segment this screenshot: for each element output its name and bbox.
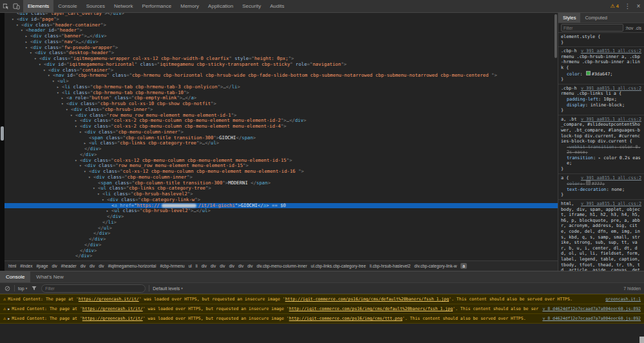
breadcrumb-item[interactable]: div [211, 264, 216, 268]
collapse-arrow-icon[interactable]: ▾ [79, 163, 84, 169]
execution-context-dropdown[interactable]: top ▾ [18, 286, 27, 291]
style-source-link[interactable]: v_391_aa815.1_all.css:2 [581, 86, 641, 92]
rule-selector[interactable]: html, body, div, span, applet, object, i… [561, 201, 640, 271]
style-source-link[interactable]: v_391_aa815.1_all.css:2 [581, 201, 641, 207]
collapse-arrow-icon[interactable]: ▾ [61, 101, 66, 107]
collapse-arrow-icon[interactable]: ▾ [12, 17, 17, 23]
console-filter-input[interactable] [41, 284, 146, 293]
more-options-icon[interactable]: ⋮ [622, 0, 633, 12]
styles-tab-styles[interactable]: Styles [558, 13, 580, 23]
expand-arrow-icon[interactable]: ▸ [25, 34, 30, 39]
dom-tree-row[interactable]: </li> [5, 220, 558, 226]
breadcrumb-item[interactable]: a [460, 263, 467, 269]
collapse-arrow-icon[interactable]: ▾ [43, 68, 48, 74]
styles-tab-computed[interactable]: Computed [580, 13, 612, 23]
styles-filter-input[interactable] [561, 24, 623, 32]
element-classes-toggle[interactable]: .cls [635, 26, 641, 30]
message-expand-icon[interactable]: ▶ [8, 307, 10, 311]
collapse-arrow-icon[interactable]: ▾ [52, 79, 57, 84]
dom-tree-row[interactable]: </ul> [5, 226, 558, 231]
collapse-arrow-icon[interactable]: ▾ [88, 175, 93, 181]
dom-tree-row[interactable]: </div> [5, 253, 558, 259]
collapse-arrow-icon[interactable]: ▾ [102, 197, 107, 203]
rule-selector[interactable]: element.style { [561, 34, 600, 39]
dom-tree-row[interactable]: <span class="cbp-column-title transition… [5, 135, 558, 141]
dom-tree-row[interactable]: ▾<div class="cbp-menu-column-inner"> [5, 175, 558, 181]
message-expand-icon[interactable]: ▶ [8, 317, 10, 320]
dom-tree-row[interactable]: ▾<div class="col-xs-12 cbp-menu-column c… [5, 169, 558, 175]
page-scrollbar-thumb[interactable] [1, 126, 4, 141]
style-property[interactable]: -webkit-transition: color 0.2s ease; [561, 144, 641, 155]
message-source-link[interactable]: greencash.it:1 [605, 297, 641, 302]
style-property[interactable]: transition: ▸ color 0.2s ease; [561, 155, 641, 166]
breadcrumb-item[interactable]: div.cbp-category-link-w [414, 264, 457, 268]
breadcrumb-item[interactable]: div [247, 264, 252, 268]
breadcrumb-item[interactable]: div [202, 264, 207, 268]
collapse-arrow-icon[interactable]: ▾ [57, 90, 62, 96]
dom-tree-row[interactable]: <span class="cbp-column-title transition… [5, 181, 558, 186]
message-url-link[interactable]: http://iqit-commerce.com/ps16/img/cms/tt… [289, 316, 402, 321]
collapse-arrow-icon[interactable]: ▾ [30, 50, 35, 56]
style-property[interactable]: text-decoration: none; [561, 187, 641, 193]
tab-console[interactable]: Console [53, 0, 81, 12]
breadcrumb-item[interactable]: div [220, 264, 225, 268]
collapse-arrow-icon[interactable]: ▾ [79, 130, 84, 135]
collapse-arrow-icon[interactable]: ▾ [21, 28, 26, 34]
dom-tree-row[interactable]: ▸<ul class="cbp-hrsub-level2">…</ul> [5, 208, 558, 214]
breadcrumb-item[interactable]: div [229, 264, 234, 268]
breadcrumb-item[interactable]: div [80, 264, 86, 268]
dom-tree-row[interactable]: </div> [5, 231, 558, 237]
collapse-arrow-icon[interactable]: ▾ [75, 158, 80, 164]
collapse-arrow-icon[interactable]: ▾ [25, 45, 30, 51]
rule-selector[interactable]: a { [561, 175, 569, 181]
message-url-link[interactable]: https://greencash.it/it/ [82, 316, 143, 321]
device-toolbar-icon[interactable] [11, 0, 22, 12]
style-property[interactable]: color: #3da647; [561, 71, 641, 77]
tab-security[interactable]: Security [238, 0, 265, 12]
tab-audits[interactable]: Audits [265, 0, 289, 12]
collapse-arrow-icon[interactable]: ▾ [34, 56, 39, 62]
pseudo-state-toggle[interactable]: :hov [625, 26, 633, 30]
style-source-link[interactable]: v_391_aa815.1_all.css:2 [581, 48, 641, 54]
breadcrumb-item[interactable]: div [99, 264, 104, 268]
message-url-link[interactable]: http://iqit-commerce.com/ps16/img/cms/de… [285, 297, 449, 302]
breadcrumb-item[interactable]: div.cbp-menu-column-inner [257, 264, 307, 268]
breadcrumb-item[interactable]: #cbp-hrmenu [160, 264, 184, 268]
message-source-link[interactable]: v_8_d4624df12e7ecaad7a7a804eec60.js:892 [542, 316, 641, 321]
collapse-arrow-icon[interactable]: ▾ [84, 169, 89, 175]
collapse-arrow-icon[interactable]: ▾ [39, 62, 44, 68]
tab-performance[interactable]: Performance [137, 0, 176, 12]
expand-arrow-icon[interactable]: ▸ [57, 84, 62, 90]
breadcrumb-item[interactable]: ul.cbp-links.cbp-category-tree [311, 264, 366, 268]
log-levels-dropdown[interactable]: Default levels ▾ [153, 286, 183, 291]
collapse-arrow-icon[interactable]: ▾ [48, 73, 53, 79]
color-swatch[interactable] [586, 71, 591, 75]
dom-tree-row[interactable]: ▾<li class="cbp-hrsub-haslevel2"> [5, 191, 558, 197]
tab-memory[interactable]: Memory [176, 0, 204, 12]
warnings-badge[interactable]: ⚠ 4 [607, 3, 622, 9]
style-property[interactable]: padding-left: 10px; [561, 97, 641, 103]
expand-arrow-icon[interactable]: ▸ [61, 95, 66, 101]
collapse-arrow-icon[interactable]: ▾ [75, 124, 80, 130]
breadcrumb-item[interactable]: div [238, 264, 243, 268]
collapse-arrow-icon[interactable]: ▾ [93, 186, 98, 191]
style-source-link[interactable]: v_391_aa815.1_all.css:2 [581, 175, 641, 181]
breadcrumb-item[interactable]: ul [189, 264, 192, 268]
breadcrumb-item[interactable]: #page [36, 264, 48, 268]
breadcrumb-item[interactable]: div [90, 264, 95, 268]
collapse-arrow-icon[interactable]: ▾ [70, 113, 75, 119]
dom-tree-row[interactable]: ▾<div class="header-container"> [5, 23, 558, 28]
tab-application[interactable]: Application [204, 0, 238, 12]
expand-arrow-icon[interactable]: ▸ [25, 39, 30, 45]
resize-corner[interactable] [639, 337, 644, 343]
collapse-arrow-icon[interactable]: ▾ [16, 23, 21, 28]
message-url-link[interactable]: https://greencash.it/it/ [82, 306, 143, 311]
clear-console-icon[interactable] [3, 284, 11, 292]
dom-tree-row-selected[interactable]: <a href="https:///it/14-giochi">GIOCHI</… [5, 203, 558, 209]
dom-tree-row[interactable]: </div> [5, 214, 558, 220]
tab-sources[interactable]: Sources [82, 0, 109, 12]
breadcrumb-item[interactable]: #header [61, 264, 77, 268]
console-tab-what-s-new[interactable]: What's New [30, 271, 69, 282]
elements-scrollbar[interactable] [554, 13, 558, 261]
breadcrumb-item[interactable]: #iqitmegamenu-horizontal [108, 264, 156, 268]
